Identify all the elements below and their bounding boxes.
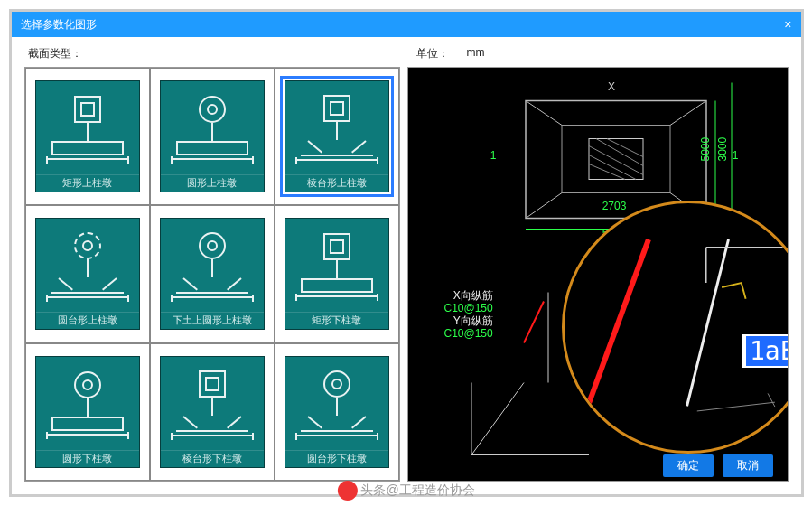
x-rebar-val: C10@150 xyxy=(444,302,493,314)
cancel-button[interactable]: 取消 xyxy=(723,454,773,477)
circle-icon xyxy=(199,232,226,259)
svg-line-11 xyxy=(589,164,625,180)
square-icon xyxy=(199,370,226,398)
circle-dashed-icon xyxy=(74,232,101,259)
unit-label: 单位： xyxy=(416,46,449,61)
cone-top-pier[interactable]: 圆台形上柱墩 xyxy=(25,205,150,342)
dim-2703: 2703 xyxy=(602,200,626,212)
tile-caption: 矩形下柱墩 xyxy=(285,312,388,329)
svg-line-3 xyxy=(526,193,562,219)
svg-rect-5 xyxy=(562,126,670,193)
square-icon xyxy=(323,233,350,260)
tile-caption: 矩形上柱墩 xyxy=(36,174,139,192)
ok-button[interactable]: 确定 xyxy=(663,454,714,477)
svg-line-9 xyxy=(596,139,643,166)
magnifier-value: 1aE xyxy=(746,336,789,366)
dim-5000h: 5000 xyxy=(699,136,712,161)
tile-caption: 圆台形下柱墩 xyxy=(285,450,388,467)
rebar-labels: X向纵筋 C10@150 Y向纵筋 C10@150 xyxy=(444,289,493,340)
svg-line-20 xyxy=(471,383,524,455)
bottom-cone-pier[interactable]: 下土上圆形上柱墩 xyxy=(150,205,275,342)
magnifier-value-box[interactable]: 1aE xyxy=(742,334,789,368)
frustum-bottom-pier[interactable]: 棱台形下柱墩 xyxy=(150,343,275,481)
cone-bottom-pier[interactable]: 圆台形下柱墩 xyxy=(275,343,399,481)
dim-3000: 3000 xyxy=(716,136,729,161)
square-icon xyxy=(323,95,350,122)
window-title: 选择参数化图形 xyxy=(21,17,97,33)
labels-row: 截面类型： 单位： mm xyxy=(12,37,801,67)
dim-x: X xyxy=(607,80,614,93)
title-bar: 选择参数化图形 × xyxy=(12,12,801,37)
section-type-label: 截面类型： xyxy=(28,46,416,61)
tile-caption: 棱台形上柱墩 xyxy=(285,174,388,192)
circle-icon xyxy=(74,371,101,398)
svg-line-26 xyxy=(696,402,774,411)
circle-top-pier[interactable]: 圆形上柱墩 xyxy=(150,68,275,205)
tile-caption: 圆形上柱墩 xyxy=(161,174,264,192)
rect-top-pier[interactable]: 矩形上柱墩 xyxy=(25,68,150,205)
svg-line-21 xyxy=(524,302,544,343)
square-icon xyxy=(74,96,101,123)
tile-caption: 棱台形下柱墩 xyxy=(161,450,264,467)
circle-icon xyxy=(199,96,226,123)
close-icon[interactable]: × xyxy=(784,17,791,32)
frustum-top-pier[interactable]: 棱台形上柱墩 xyxy=(275,68,399,205)
shape-grid: 矩形上柱墩圆形上柱墩棱台形上柱墩圆台形上柱墩下土上圆形上柱墩矩形下柱墩圆形下柱墩… xyxy=(24,67,400,482)
preview-panel: X 1 1 2703 5000 5000 3000 xyxy=(407,67,789,482)
svg-line-1 xyxy=(526,101,562,126)
y-rebar-val: C10@150 xyxy=(444,327,493,340)
svg-line-2 xyxy=(670,101,706,126)
y-rebar-label: Y向纵筋 xyxy=(444,314,493,327)
unit-value: mm xyxy=(467,46,485,61)
circle-icon xyxy=(323,370,350,398)
x-rebar-label: X向纵筋 xyxy=(444,289,493,302)
rect-bottom-pier[interactable]: 矩形下柱墩 xyxy=(275,205,399,342)
tile-caption: 下土上圆形上柱墩 xyxy=(161,312,264,329)
svg-line-27 xyxy=(768,393,775,407)
tile-caption: 圆台形上柱墩 xyxy=(36,312,139,329)
tile-caption: 圆形下柱墩 xyxy=(36,450,139,467)
circle-bottom-pier[interactable]: 圆形下柱墩 xyxy=(25,343,150,481)
